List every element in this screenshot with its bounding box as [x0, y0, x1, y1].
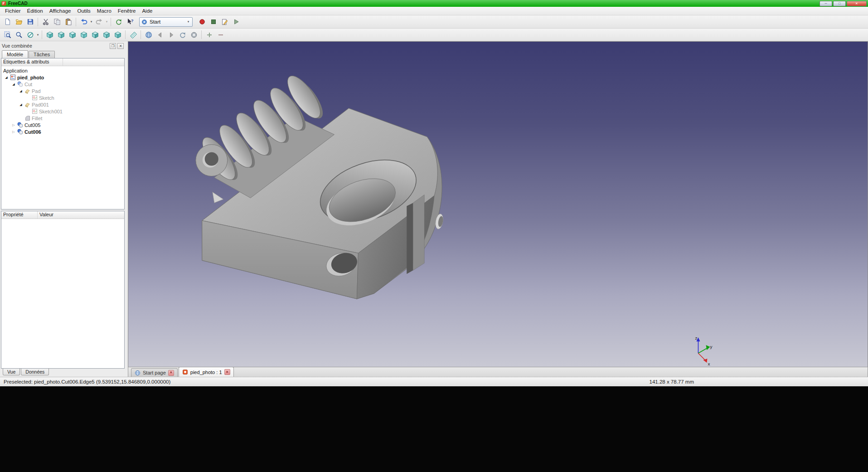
new-file-button[interactable] — [2, 17, 13, 27]
undo-button[interactable] — [78, 17, 89, 27]
document-icon — [10, 74, 16, 80]
menu-edition[interactable]: Édition — [24, 7, 46, 15]
view-rear-button[interactable] — [89, 29, 101, 40]
macro-play-button[interactable] — [230, 17, 242, 27]
value-column-header[interactable]: Valeur — [38, 211, 124, 219]
tree-item-application[interactable]: Application — [1, 67, 124, 74]
edit-macro-icon — [221, 18, 228, 25]
undo-dropdown[interactable]: ▾ — [89, 20, 93, 24]
expand-arrow[interactable]: ◢ — [4, 76, 9, 79]
macro-stop-button[interactable] — [208, 17, 219, 27]
isometric-cube-icon — [46, 31, 53, 39]
macro-record-button[interactable] — [196, 17, 208, 27]
workbench-dropdown-arrow[interactable]: ▾ — [186, 20, 190, 24]
dock-tab-donnees[interactable]: Données — [21, 369, 49, 375]
refresh-button[interactable] — [113, 17, 124, 27]
macro-edit-button[interactable] — [219, 17, 230, 27]
start-page-icon — [135, 370, 141, 376]
tree-item-pad001[interactable]: ◢ Pad001 — [1, 101, 124, 108]
tree-item-cut[interactable]: ◢ Cut — [1, 81, 124, 88]
view-front-button[interactable] — [55, 29, 67, 40]
tree-item-pied-photo[interactable]: ◢ pied_photo — [1, 74, 124, 81]
zoom-selection-button[interactable] — [13, 29, 24, 40]
sketch-icon — [32, 95, 38, 101]
paste-button[interactable] — [63, 17, 74, 27]
menu-outils[interactable]: Outils — [74, 7, 93, 15]
dock-title: Vue combinée — [2, 43, 32, 49]
redo-button[interactable] — [93, 17, 105, 27]
dock-float-button[interactable]: ❐ — [110, 43, 116, 49]
menu-macro[interactable]: Macro — [94, 7, 115, 15]
save-button[interactable] — [24, 17, 36, 27]
page-refresh-button[interactable] — [177, 29, 188, 40]
zoom-out-button[interactable] — [215, 29, 226, 40]
view-right-button[interactable] — [78, 29, 89, 40]
view-bottom-button[interactable] — [101, 29, 112, 40]
whats-this-button[interactable]: ? — [124, 17, 136, 27]
tree-item-pad[interactable]: ◢ Pad — [1, 88, 124, 94]
maximize-button[interactable]: □ — [833, 1, 846, 6]
fit-all-button[interactable] — [2, 29, 13, 40]
tab-start-page[interactable]: Start page ✕ — [131, 368, 178, 377]
dock-tab-vue[interactable]: Vue — [3, 369, 20, 375]
view-top-button[interactable] — [67, 29, 78, 40]
tab-close-button[interactable]: ✕ — [224, 369, 230, 375]
tab-modele[interactable]: Modèle — [2, 50, 28, 58]
separator — [111, 18, 111, 26]
web-home-button[interactable] — [143, 29, 154, 40]
tree-item-fillet[interactable]: Fillet — [1, 115, 124, 122]
redo-dropdown[interactable]: ▾ — [105, 20, 109, 24]
tab-label: Start page — [143, 370, 166, 375]
zoom-in-button[interactable] — [204, 29, 215, 40]
workbench-selector[interactable]: Start ▾ — [139, 17, 193, 27]
fit-all-icon — [4, 31, 11, 39]
property-column-header[interactable]: Propriété — [1, 211, 38, 219]
measure-button[interactable] — [127, 29, 139, 40]
tree-item-cut006[interactable]: ▷ Cut006 — [1, 128, 124, 135]
cut-button[interactable] — [40, 17, 51, 27]
expand-arrow[interactable]: ◢ — [11, 83, 16, 86]
dock-close-button[interactable]: ✕ — [117, 43, 124, 49]
3d-viewport[interactable]: z y x — [128, 41, 868, 367]
file-toolbar: ▾ ▾ ? Start ▾ — [0, 15, 868, 29]
menu-aide[interactable]: Aide — [139, 7, 155, 15]
globe-icon — [145, 31, 152, 39]
axis-indicator: z y x — [695, 336, 712, 366]
pad-icon — [24, 102, 30, 107]
expand-arrow[interactable]: ▷ — [11, 130, 16, 133]
expand-arrow[interactable]: ◢ — [19, 89, 23, 92]
boolean-cut-icon — [17, 81, 23, 87]
view-left-button[interactable] — [112, 29, 123, 40]
tree-item-sketch[interactable]: Sketch — [1, 94, 124, 101]
separator — [42, 30, 42, 39]
menu-affichage[interactable]: Affichage — [46, 7, 74, 15]
refresh-icon — [115, 18, 122, 25]
expand-arrow[interactable]: ◢ — [19, 103, 23, 106]
page-stop-button[interactable] — [188, 29, 199, 40]
tree-item-sketch001[interactable]: Sketch001 — [1, 108, 124, 115]
menu-fichier[interactable]: Fichier — [2, 7, 24, 15]
draw-style-button[interactable] — [24, 29, 36, 40]
minimize-button[interactable]: ─ — [820, 1, 832, 6]
tab-pied-photo[interactable]: pied_photo : 1 ✕ — [179, 367, 234, 377]
bottom-cube-icon — [103, 31, 110, 39]
nav-back-button[interactable] — [154, 29, 165, 40]
close-button[interactable]: ✕ — [847, 1, 867, 6]
separator — [125, 30, 126, 39]
sketch-icon — [32, 108, 38, 114]
forward-arrow-icon — [168, 31, 175, 39]
nav-forward-button[interactable] — [165, 29, 177, 40]
tree-item-cut005[interactable]: ▷ Cut005 — [1, 122, 124, 128]
draw-style-dropdown[interactable]: ▾ — [36, 33, 40, 37]
view-isometric-button[interactable] — [44, 29, 55, 40]
whats-this-icon: ? — [126, 18, 134, 25]
cad-model-canvas[interactable]: z y x — [128, 42, 868, 367]
tab-taches[interactable]: Tâches — [29, 51, 55, 58]
menu-fenetre[interactable]: Fenêtre — [115, 7, 139, 15]
tab-close-button[interactable]: ✕ — [168, 370, 174, 376]
open-file-button[interactable] — [13, 17, 24, 27]
expand-arrow[interactable]: ▷ — [11, 123, 16, 127]
copy-button[interactable] — [51, 17, 63, 27]
paste-icon — [65, 18, 72, 25]
tree-header: Étiquettes & attributs — [1, 58, 124, 66]
